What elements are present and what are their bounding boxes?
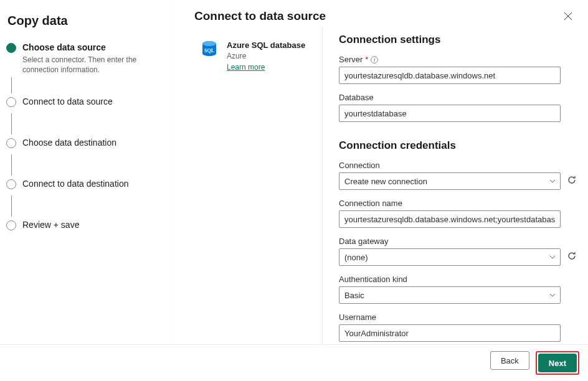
wizard-sidebar: Copy data Choose data source Select a co… <box>0 0 173 344</box>
gateway-select[interactable] <box>339 248 561 266</box>
username-input[interactable] <box>339 324 561 342</box>
next-button[interactable]: Next <box>538 354 577 372</box>
step-connector <box>11 77 12 93</box>
step-marker-active-icon <box>6 43 16 53</box>
step-connector <box>11 154 12 176</box>
connection-form: Connection settings Server * i Database <box>323 27 588 344</box>
refresh-icon <box>567 175 577 185</box>
connector-list: SQL Azure SQL database Azure Learn more <box>194 27 323 344</box>
connector-azure-sql[interactable]: SQL Azure SQL database Azure Learn more <box>194 36 315 76</box>
close-icon <box>564 12 572 21</box>
step-marker-icon <box>6 138 16 148</box>
connector-vendor: Azure <box>227 51 305 61</box>
auth-kind-label: Authentication kind <box>339 275 583 284</box>
step-marker-icon <box>6 97 16 107</box>
step-subtext: Select a connector. Then enter the conne… <box>22 55 161 75</box>
wizard-steps: Choose data source Select a connector. T… <box>6 42 161 234</box>
azure-sql-icon: SQL <box>199 40 219 60</box>
step-label: Connect to data destination <box>22 178 128 189</box>
close-button[interactable] <box>561 9 576 24</box>
username-label: Username <box>339 313 583 322</box>
step-connector <box>11 113 12 134</box>
step-label: Choose data destination <box>22 137 116 148</box>
server-label: Server * i <box>339 55 583 64</box>
server-input[interactable] <box>339 67 561 84</box>
step-choose-data-destination[interactable]: Choose data destination <box>6 137 161 152</box>
info-icon[interactable]: i <box>371 56 378 64</box>
connector-name: Azure SQL database <box>227 40 305 51</box>
step-choose-data-source[interactable]: Choose data source Select a connector. T… <box>6 42 161 75</box>
connection-name-label: Connection name <box>339 199 583 208</box>
connection-credentials-heading: Connection credentials <box>339 139 583 152</box>
connector-learn-more-link[interactable]: Learn more <box>227 62 305 72</box>
page-title: Connect to data source <box>194 9 561 23</box>
refresh-connection-button[interactable] <box>567 175 579 187</box>
refresh-gateway-button[interactable] <box>567 251 579 263</box>
required-indicator: * <box>365 55 368 64</box>
gateway-label: Data gateway <box>339 237 583 246</box>
database-label: Database <box>339 93 583 102</box>
step-review-save[interactable]: Review + save <box>6 219 161 234</box>
next-button-highlight: Next <box>536 351 579 375</box>
step-connector <box>11 195 12 217</box>
connection-label: Connection <box>339 161 583 170</box>
svg-point-1 <box>202 41 216 46</box>
connection-name-input[interactable] <box>339 210 561 228</box>
step-label: Choose data source <box>22 42 161 52</box>
connection-select[interactable] <box>339 172 561 190</box>
step-label: Connect to data source <box>22 96 113 106</box>
wizard-title: Copy data <box>7 14 161 28</box>
step-label: Review + save <box>22 219 79 230</box>
back-button[interactable]: Back <box>490 351 529 370</box>
database-input[interactable] <box>339 105 561 122</box>
wizard-footer: Back Next <box>0 344 588 381</box>
step-connect-data-source[interactable]: Connect to data source <box>6 96 161 111</box>
step-connect-data-destination[interactable]: Connect to data destination <box>6 178 161 193</box>
main-panel: Connect to data source SQL <box>173 0 588 344</box>
step-marker-icon <box>6 220 16 230</box>
refresh-icon <box>567 251 577 261</box>
auth-kind-select[interactable] <box>339 286 561 304</box>
svg-text:SQL: SQL <box>204 48 214 54</box>
connection-settings-heading: Connection settings <box>339 34 583 46</box>
step-marker-icon <box>6 179 16 189</box>
